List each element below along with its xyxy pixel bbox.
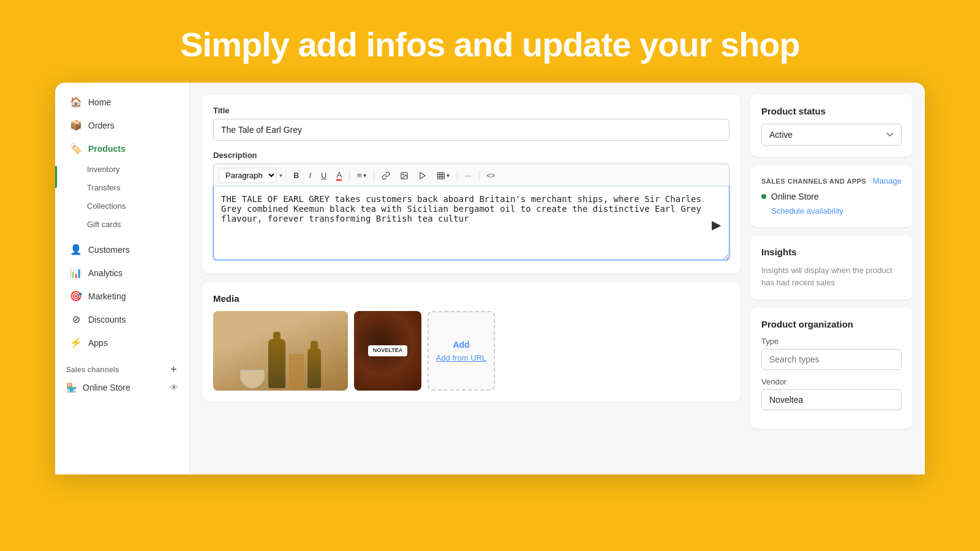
sidebar-item-orders[interactable]: 📦 Orders — [59, 114, 186, 137]
sales-channels-header: SALES CHANNELS AND APPS Manage — [761, 176, 902, 186]
sidebar-sub-item-inventory[interactable]: Inventory — [59, 160, 186, 178]
sales-channels-heading: SALES CHANNELS AND APPS — [761, 178, 866, 185]
tea-bottle — [268, 339, 285, 388]
title-label: Title — [213, 106, 729, 115]
apps-icon: ⚡ — [70, 337, 82, 348]
add-channel-button[interactable]: ＋ — [168, 363, 178, 376]
sales-channels-card: SALES CHANNELS AND APPS Manage Online St… — [750, 165, 913, 227]
product-status-card: Product status Active Draft Archived — [750, 95, 913, 157]
sidebar-item-products[interactable]: 🏷️ Products — [59, 137, 186, 160]
type-field: Type — [761, 337, 902, 370]
center-column: Title Description Paragraph ▾ B I U A — [202, 95, 741, 462]
align-button[interactable]: ≡ ▾ — [353, 168, 371, 182]
sidebar-item-discounts-label: Discounts — [88, 315, 126, 324]
title-input[interactable] — [213, 119, 729, 141]
bottle-group — [240, 339, 321, 391]
sidebar-item-discounts[interactable]: ⊘ Discounts — [59, 308, 186, 331]
svg-rect-3 — [437, 172, 444, 179]
sidebar-item-analytics[interactable]: 📊 Analytics — [59, 261, 186, 284]
insights-text: Insights will display when the product h… — [761, 264, 902, 288]
sidebar-item-marketing-label: Marketing — [88, 291, 126, 301]
italic-button[interactable]: I — [304, 168, 315, 182]
media-thumbnail[interactable]: NOVELTEA — [354, 311, 421, 391]
sidebar-sub-giftcards-label: Gift cards — [87, 220, 121, 229]
sidebar-item-products-label: Products — [88, 144, 126, 154]
add-media-button[interactable]: Add — [453, 340, 469, 350]
sidebar-sub-collections-label: Collections — [87, 201, 126, 211]
media-card: Media — [202, 282, 741, 402]
sidebar-sub-item-collections[interactable]: Collections — [59, 197, 186, 215]
sidebar-sub-item-gift-cards[interactable]: Gift cards — [59, 216, 186, 233]
spices-image: NOVELTEA — [354, 311, 421, 391]
manage-link[interactable]: Manage — [873, 176, 902, 186]
vendor-input[interactable] — [761, 389, 902, 410]
status-select[interactable]: Active Draft Archived — [761, 124, 902, 146]
customers-icon: 👤 — [70, 244, 82, 255]
active-indicator-dot — [761, 194, 766, 199]
media-add-placeholder[interactable]: Add Add from URL — [428, 311, 495, 391]
insights-card: Insights Insights will display when the … — [750, 236, 913, 299]
sidebar-channel-label: Online Store — [83, 383, 130, 392]
insights-title: Insights — [761, 247, 902, 257]
sidebar-channel-online-store[interactable]: 🏪 Online Store 👁 — [55, 378, 189, 397]
product-details-card: Title Description Paragraph ▾ B I U A — [202, 95, 741, 274]
type-search-input[interactable] — [761, 349, 902, 370]
color-button[interactable]: A — [332, 168, 346, 183]
sidebar-item-marketing[interactable]: 🎯 Marketing — [59, 285, 186, 307]
toolbar-divider-2 — [349, 170, 350, 181]
toolbar-divider-4 — [457, 170, 458, 181]
product-org-card: Product organization Type Vendor — [750, 308, 913, 429]
tea-bottle-2 — [307, 348, 321, 388]
store-icon: 🏪 — [66, 383, 77, 392]
active-indicator — [55, 166, 57, 188]
underline-button[interactable]: U — [317, 168, 331, 182]
media-main-image[interactable] — [213, 311, 348, 391]
toolbar-divider-1 — [285, 170, 286, 181]
sidebar-item-analytics-label: Analytics — [88, 268, 123, 278]
product-status-title: Product status — [761, 106, 902, 116]
sidebar-sub-item-transfers[interactable]: Transfers — [59, 179, 186, 197]
app-shell: 🏠 Home 📦 Orders 🏷️ Products Inventory Tr… — [55, 83, 925, 474]
sidebar-item-apps[interactable]: ⚡ Apps — [59, 331, 186, 354]
media-title: Media — [213, 293, 729, 304]
description-toolbar: Paragraph ▾ B I U A ≡ ▾ — [213, 163, 729, 187]
sidebar-item-customers[interactable]: 👤 Customers — [59, 238, 186, 261]
right-column: Product status Active Draft Archived SAL… — [750, 95, 913, 462]
svg-marker-2 — [420, 172, 425, 179]
paragraph-select[interactable]: Paragraph — [219, 168, 277, 183]
more-button[interactable]: ··· — [461, 168, 476, 182]
tea-cup — [240, 370, 265, 388]
tea-scene-image — [213, 311, 348, 391]
sidebar: 🏠 Home 📦 Orders 🏷️ Products Inventory Tr… — [55, 83, 190, 474]
analytics-icon: 📊 — [70, 267, 82, 279]
tea-glass — [289, 354, 304, 388]
marketing-icon: 🎯 — [70, 290, 82, 302]
media-grid: NOVELTEA Add Add from URL — [213, 311, 729, 391]
link-button[interactable] — [377, 169, 394, 182]
sidebar-sub-transfers-label: Transfers — [87, 183, 120, 192]
video-button[interactable] — [414, 169, 431, 182]
toolbar-divider-5 — [479, 170, 480, 181]
description-area-wrapper: ▶ — [213, 187, 729, 263]
table-button[interactable]: ▾ — [432, 169, 454, 182]
toolbar-chevron: ▾ — [279, 172, 282, 179]
orders-icon: 📦 — [70, 119, 82, 131]
bold-button[interactable]: B — [289, 168, 303, 182]
code-button[interactable]: <> — [483, 169, 500, 182]
schedule-availability-link[interactable]: Schedule availability — [771, 206, 843, 216]
sidebar-sub-inventory-label: Inventory — [87, 165, 119, 174]
sidebar-item-customers-label: Customers — [88, 245, 130, 255]
description-textarea[interactable] — [213, 187, 729, 260]
sidebar-item-apps-label: Apps — [88, 338, 108, 348]
sales-channels-label: Sales channels — [66, 365, 119, 374]
online-store-channel-row: Online Store — [761, 192, 902, 201]
image-button[interactable] — [396, 169, 413, 182]
sidebar-item-home[interactable]: 🏠 Home — [59, 91, 186, 113]
svg-point-1 — [402, 174, 404, 175]
add-from-url-button[interactable]: Add from URL — [436, 353, 486, 362]
channel-settings-icon[interactable]: 👁 — [170, 383, 178, 392]
type-label: Type — [761, 337, 902, 346]
home-icon: 🏠 — [70, 96, 82, 108]
noveltea-label: NOVELTEA — [368, 345, 407, 356]
discounts-icon: ⊘ — [70, 313, 82, 325]
